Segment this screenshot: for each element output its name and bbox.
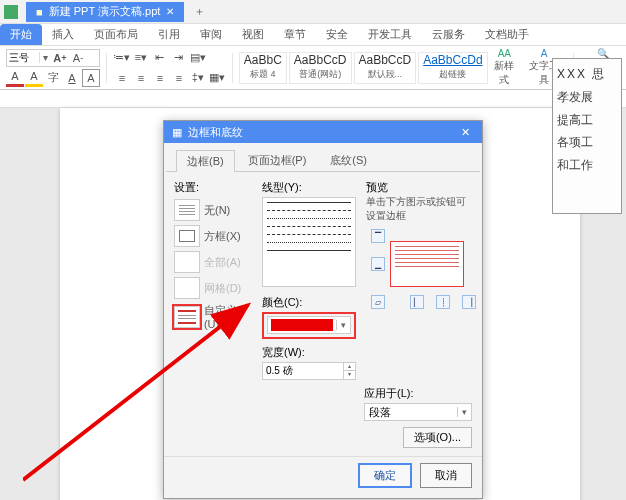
preview-top-button[interactable]: ▔ xyxy=(371,229,385,243)
ok-button[interactable]: 确定 xyxy=(358,463,412,488)
color-highlight-box: ▾ xyxy=(262,312,356,339)
tab-shading[interactable]: 底纹(S) xyxy=(319,149,378,171)
dialog-footer: 确定 取消 xyxy=(164,463,482,498)
linetype-label: 线型(Y): xyxy=(262,180,356,195)
preview-hint: 单击下方图示或按钮可设置边框 xyxy=(366,195,472,223)
dialog-mask: ▦ 边框和底纹 ✕ 边框(B) 页面边框(P) 底纹(S) 设置: 无(N) 方… xyxy=(0,0,626,500)
preview-bottom-button[interactable]: ▁ xyxy=(371,257,385,271)
borders-shading-dialog: ▦ 边框和底纹 ✕ 边框(B) 页面边框(P) 底纹(S) 设置: 无(N) 方… xyxy=(163,120,483,499)
linetype-option[interactable] xyxy=(267,210,351,211)
divider xyxy=(164,456,482,457)
linetype-option[interactable] xyxy=(267,202,351,203)
setting-custom[interactable]: 自定义(U) xyxy=(174,303,252,330)
setting-all: 全部(A) xyxy=(174,251,252,273)
options-button[interactable]: 选项(O)... xyxy=(403,427,472,448)
linetype-option[interactable] xyxy=(267,242,351,243)
preview-grid: ▔ ▁ ▱ ▏ ┊ ▕ xyxy=(366,229,472,317)
preview-right-button[interactable]: ▕ xyxy=(462,295,476,309)
dialog-tabs: 边框(B) 页面边框(P) 底纹(S) xyxy=(166,143,480,172)
linetype-option[interactable] xyxy=(267,234,351,235)
color-swatch xyxy=(271,319,333,331)
linetype-option[interactable] xyxy=(267,218,351,219)
dialog-body: 设置: 无(N) 方框(X) 全部(A) 网格(D) xyxy=(164,172,482,386)
grid-icon xyxy=(174,277,200,299)
box-icon xyxy=(174,225,200,247)
preview-corner-button[interactable]: ▱ xyxy=(371,295,385,309)
color-label: 颜色(C): xyxy=(262,295,356,310)
color-select[interactable]: ▾ xyxy=(267,316,351,334)
all-icon xyxy=(174,251,200,273)
linetype-option[interactable] xyxy=(267,250,351,251)
preview-left-button[interactable]: ▏ xyxy=(410,295,424,309)
preview-frame[interactable] xyxy=(390,241,464,287)
width-select[interactable]: 0.5 磅 ▴▾ xyxy=(262,362,356,380)
preview-mid-button[interactable]: ┊ xyxy=(436,295,450,309)
style-column: 线型(Y): 颜色(C): ▾ 宽度(W): xyxy=(262,180,356,380)
preview-label: 预览 xyxy=(366,180,472,195)
setting-box[interactable]: 方框(X) xyxy=(174,225,252,247)
chevron-down-icon[interactable]: ▾ xyxy=(457,407,471,417)
dialog-titlebar[interactable]: ▦ 边框和底纹 ✕ xyxy=(164,121,482,143)
apply-row: 应用于(L): 段落 ▾ xyxy=(164,386,482,427)
linetype-option[interactable] xyxy=(267,226,351,227)
settings-column: 设置: 无(N) 方框(X) 全部(A) 网格(D) xyxy=(174,180,252,380)
setting-grid: 网格(D) xyxy=(174,277,252,299)
width-spinner[interactable]: ▴▾ xyxy=(343,363,355,379)
close-icon[interactable]: ✕ xyxy=(457,126,474,139)
width-label: 宽度(W): xyxy=(262,345,356,360)
apply-label: 应用于(L): xyxy=(364,386,472,401)
tab-page-border[interactable]: 页面边框(P) xyxy=(237,149,318,171)
dialog-icon: ▦ xyxy=(172,126,182,139)
linetype-list[interactable] xyxy=(262,197,356,287)
none-icon xyxy=(174,199,200,221)
tab-borders[interactable]: 边框(B) xyxy=(176,150,235,172)
settings-label: 设置: xyxy=(174,180,252,195)
chevron-down-icon[interactable]: ▾ xyxy=(336,320,350,330)
cancel-button[interactable]: 取消 xyxy=(420,463,472,488)
dialog-title: 边框和底纹 xyxy=(188,125,243,140)
preview-column: 预览 单击下方图示或按钮可设置边框 ▔ ▁ ▱ ▏ ┊ ▕ xyxy=(366,180,472,380)
apply-to-select[interactable]: 段落 ▾ xyxy=(364,403,472,421)
custom-icon xyxy=(174,306,200,328)
setting-none[interactable]: 无(N) xyxy=(174,199,252,221)
